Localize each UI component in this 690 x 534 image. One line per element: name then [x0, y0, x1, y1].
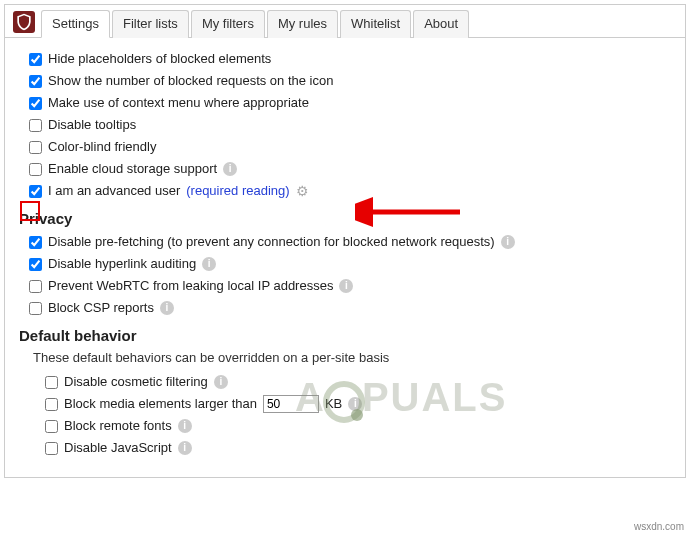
info-icon[interactable]: i [339, 279, 353, 293]
block-media-prefix: Block media elements larger than [64, 394, 257, 414]
color-blind-label: Color-blind friendly [48, 137, 156, 157]
remote-fonts-checkbox[interactable] [45, 420, 58, 433]
privacy-heading: Privacy [19, 202, 671, 231]
hide-placeholders-checkbox[interactable] [29, 53, 42, 66]
show-number-checkbox[interactable] [29, 75, 42, 88]
tab-filter-lists[interactable]: Filter lists [112, 10, 189, 38]
cloud-storage-label: Enable cloud storage support [48, 159, 217, 179]
tab-my-filters[interactable]: My filters [191, 10, 265, 38]
prefetch-checkbox[interactable] [29, 236, 42, 249]
info-icon[interactable]: i [178, 441, 192, 455]
tab-label: My filters [202, 16, 254, 31]
tab-my-rules[interactable]: My rules [267, 10, 338, 38]
info-icon[interactable]: i [501, 235, 515, 249]
csp-checkbox[interactable] [29, 302, 42, 315]
default-behavior-note: These default behaviors can be overridde… [19, 348, 671, 371]
disable-tooltips-label: Disable tooltips [48, 115, 136, 135]
show-number-label: Show the number of blocked requests on t… [48, 71, 333, 91]
tab-label: Whitelist [351, 16, 400, 31]
tab-about[interactable]: About [413, 10, 469, 38]
tab-label: Filter lists [123, 16, 178, 31]
color-blind-checkbox[interactable] [29, 141, 42, 154]
context-menu-checkbox[interactable] [29, 97, 42, 110]
hyperlink-auditing-label: Disable hyperlink auditing [48, 254, 196, 274]
info-icon[interactable]: i [160, 301, 174, 315]
disable-tooltips-checkbox[interactable] [29, 119, 42, 132]
webrtc-label: Prevent WebRTC from leaking local IP add… [48, 276, 333, 296]
tab-label: About [424, 16, 458, 31]
csp-label: Block CSP reports [48, 298, 154, 318]
ublock-logo-icon [13, 11, 35, 33]
tab-label: Settings [52, 16, 99, 31]
prefetch-label: Disable pre-fetching (to prevent any con… [48, 232, 495, 252]
media-size-input[interactable] [263, 395, 319, 413]
gear-icon[interactable]: ⚙ [296, 181, 309, 201]
info-icon[interactable]: i [223, 162, 237, 176]
block-media-suffix: KB [325, 394, 342, 414]
tab-label: My rules [278, 16, 327, 31]
info-icon[interactable]: i [178, 419, 192, 433]
cosmetic-filtering-label: Disable cosmetic filtering [64, 372, 208, 392]
disable-js-label: Disable JavaScript [64, 438, 172, 458]
remote-fonts-label: Block remote fonts [64, 416, 172, 436]
hyperlink-auditing-checkbox[interactable] [29, 258, 42, 271]
disable-js-checkbox[interactable] [45, 442, 58, 455]
required-reading-link[interactable]: (required reading) [186, 181, 289, 201]
info-icon[interactable]: i [348, 397, 362, 411]
tab-whitelist[interactable]: Whitelist [340, 10, 411, 38]
info-icon[interactable]: i [214, 375, 228, 389]
advanced-user-checkbox[interactable] [29, 185, 42, 198]
info-icon[interactable]: i [202, 257, 216, 271]
block-media-checkbox[interactable] [45, 398, 58, 411]
cosmetic-filtering-checkbox[interactable] [45, 376, 58, 389]
context-menu-label: Make use of context menu where appropria… [48, 93, 309, 113]
cloud-storage-checkbox[interactable] [29, 163, 42, 176]
hide-placeholders-label: Hide placeholders of blocked elements [48, 49, 271, 69]
advanced-user-label: I am an advanced user [48, 181, 180, 201]
tab-settings[interactable]: Settings [41, 10, 110, 38]
default-behavior-heading: Default behavior [19, 319, 671, 348]
webrtc-checkbox[interactable] [29, 280, 42, 293]
